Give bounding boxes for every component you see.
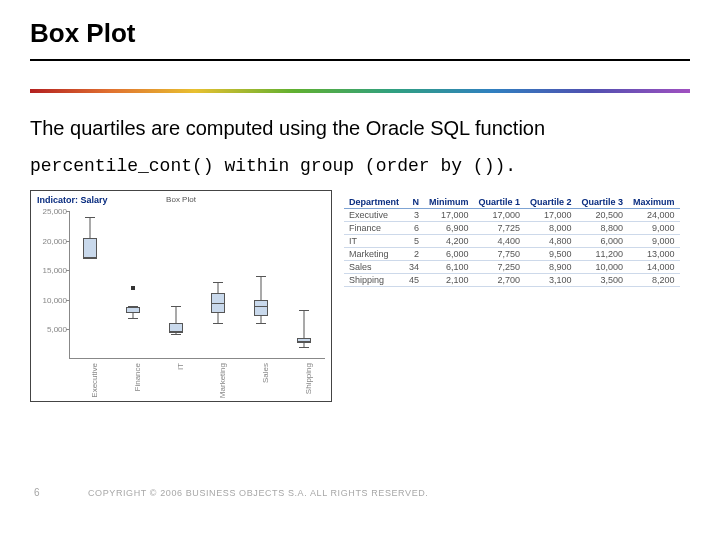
- x-tick-label: Sales: [261, 363, 270, 383]
- box-median: [169, 331, 183, 332]
- whisker-cap: [213, 282, 223, 283]
- whisker-cap: [128, 318, 138, 319]
- table-header-row: DepartmentNMinimumQuartile 1Quartile 2Qu…: [344, 196, 680, 209]
- table-cell: 7,750: [474, 248, 526, 261]
- table-row: Shipping452,1002,7003,1003,5008,200: [344, 274, 680, 287]
- table-cell: 17,000: [424, 209, 474, 222]
- table-cell: 4,400: [474, 235, 526, 248]
- table-header: Quartile 3: [577, 196, 629, 209]
- table-cell: 8,200: [628, 274, 680, 287]
- table-cell: 17,000: [474, 209, 526, 222]
- y-tick-mark: [66, 241, 69, 242]
- box-rect: [254, 300, 268, 316]
- boxplot-category: Executive: [70, 211, 110, 359]
- table-cell: 17,000: [525, 209, 577, 222]
- whisker-cap: [213, 323, 223, 324]
- table-row: Sales346,1007,2508,90010,00014,000: [344, 261, 680, 274]
- boxplot-category: Shipping: [284, 211, 324, 359]
- boxplot-category: Finance: [113, 211, 153, 359]
- boxplot-category: Marketing: [198, 211, 238, 359]
- content-row: Indicator: Salary Box Plot 5,00010,00015…: [30, 190, 690, 405]
- y-tick-mark: [66, 211, 69, 212]
- table-cell: 8,800: [577, 222, 629, 235]
- whisker-cap: [171, 334, 181, 335]
- divider-rainbow: [30, 89, 690, 93]
- table-cell: 6,000: [424, 248, 474, 261]
- whisker-cap: [85, 217, 95, 218]
- y-tick-label: 20,000: [33, 236, 67, 245]
- table-cell: 24,000: [628, 209, 680, 222]
- x-tick-label: Executive: [90, 363, 99, 398]
- table-row: Finance66,9007,7258,0008,8009,000: [344, 222, 680, 235]
- table-header: Minimum: [424, 196, 474, 209]
- y-tick-mark: [66, 300, 69, 301]
- table-cell: 8,900: [525, 261, 577, 274]
- table-cell: 11,200: [577, 248, 629, 261]
- x-tick-label: IT: [176, 363, 185, 370]
- table-cell: 7,250: [474, 261, 526, 274]
- table-cell: Executive: [344, 209, 404, 222]
- box-median: [254, 306, 268, 307]
- table-cell: 6: [404, 222, 424, 235]
- table-cell: 2,700: [474, 274, 526, 287]
- table-cell: 3,500: [577, 274, 629, 287]
- table-header: Quartile 1: [474, 196, 526, 209]
- table-cell: 9,500: [525, 248, 577, 261]
- box-median: [211, 303, 225, 304]
- table-cell: 2,100: [424, 274, 474, 287]
- table-cell: Sales: [344, 261, 404, 274]
- whisker-cap: [299, 347, 309, 348]
- table-cell: 2: [404, 248, 424, 261]
- box-median: [83, 258, 97, 259]
- whisker-cap: [299, 310, 309, 311]
- y-tick-label: 5,000: [33, 325, 67, 334]
- outlier-point: [131, 286, 135, 290]
- table-cell: 10,000: [577, 261, 629, 274]
- boxplot-category: Sales: [241, 211, 281, 359]
- table-cell: 5: [404, 235, 424, 248]
- y-tick-label: 15,000: [33, 266, 67, 275]
- slide: Box Plot The quartiles are computed usin…: [0, 0, 720, 540]
- table-cell: 14,000: [628, 261, 680, 274]
- table-row: IT54,2004,4004,8006,0009,000: [344, 235, 680, 248]
- boxplot-category: IT: [156, 211, 196, 359]
- table-cell: Marketing: [344, 248, 404, 261]
- table-cell: 34: [404, 261, 424, 274]
- box-median: [297, 341, 311, 342]
- body-text: The quartiles are computed using the Ora…: [30, 115, 690, 142]
- table-cell: 7,725: [474, 222, 526, 235]
- page-title: Box Plot: [30, 18, 690, 61]
- x-tick-label: Marketing: [218, 363, 227, 398]
- table-cell: 45: [404, 274, 424, 287]
- plot-area: 5,00010,00015,00020,00025,000ExecutiveFi…: [69, 211, 325, 359]
- table-header: N: [404, 196, 424, 209]
- table-header: Department: [344, 196, 404, 209]
- table-cell: 3: [404, 209, 424, 222]
- table-cell: 3,100: [525, 274, 577, 287]
- table-row: Executive317,00017,00017,00020,50024,000: [344, 209, 680, 222]
- table-cell: 6,100: [424, 261, 474, 274]
- table-cell: 13,000: [628, 248, 680, 261]
- table-header: Maximum: [628, 196, 680, 209]
- quartile-table: DepartmentNMinimumQuartile 1Quartile 2Qu…: [344, 196, 680, 287]
- y-tick-mark: [66, 270, 69, 271]
- table-cell: 20,500: [577, 209, 629, 222]
- table-cell: 4,200: [424, 235, 474, 248]
- y-tick-label: 25,000: [33, 207, 67, 216]
- table-row: Marketing26,0007,7509,50011,20013,000: [344, 248, 680, 261]
- table-cell: 8,000: [525, 222, 577, 235]
- page-number: 6: [34, 487, 40, 498]
- boxplot-chart: Indicator: Salary Box Plot 5,00010,00015…: [30, 190, 332, 402]
- chart-title: Box Plot: [31, 195, 331, 204]
- table-cell: 9,000: [628, 235, 680, 248]
- y-tick-label: 10,000: [33, 295, 67, 304]
- table-cell: IT: [344, 235, 404, 248]
- table-cell: 6,000: [577, 235, 629, 248]
- x-tick-label: Shipping: [304, 363, 313, 394]
- table-cell: Shipping: [344, 274, 404, 287]
- table-body: Executive317,00017,00017,00020,50024,000…: [344, 209, 680, 287]
- code-text: percentile_cont() within group (order by…: [30, 156, 690, 176]
- table-cell: 9,000: [628, 222, 680, 235]
- y-tick-mark: [66, 329, 69, 330]
- whisker-cap: [256, 276, 266, 277]
